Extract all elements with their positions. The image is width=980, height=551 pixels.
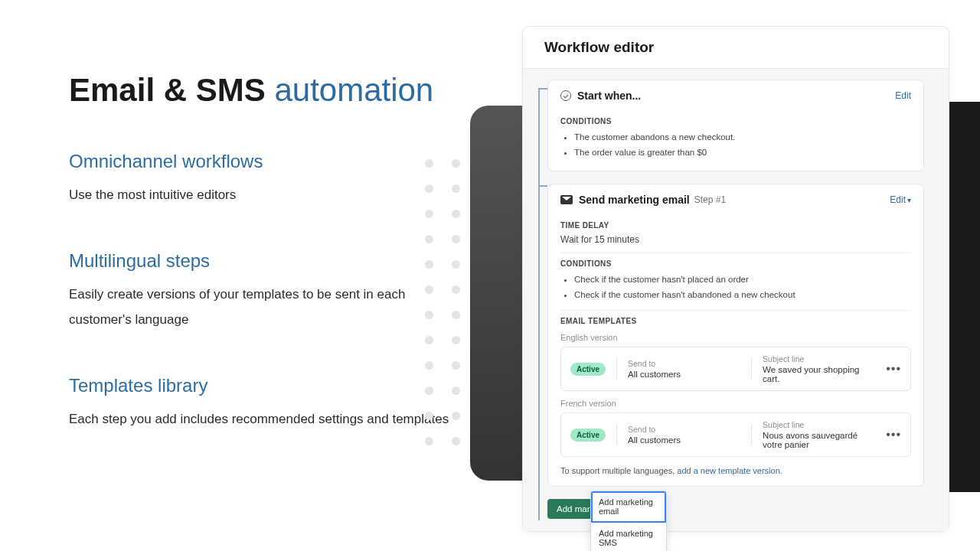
conditions-label: CONDITIONS: [560, 259, 911, 268]
template-row-en[interactable]: Active Send to All customers Subject lin…: [560, 347, 911, 391]
step1-title: Send marketing email: [579, 194, 690, 206]
feature-title: Omnichannel workflows: [69, 151, 452, 172]
condition-item: The customer abandons a new checkout.: [574, 130, 911, 145]
dropdown-item-sms[interactable]: Add marketing SMS: [591, 523, 666, 551]
send-to-value: All customers: [628, 435, 740, 445]
edit-text: Edit: [890, 194, 906, 205]
add-template-version-link[interactable]: add a new template version.: [677, 466, 782, 475]
version-label-fr: French version: [560, 399, 911, 408]
more-icon[interactable]: •••: [886, 362, 901, 376]
support-line: To support multiple languages, add a new…: [560, 466, 911, 475]
start-card: Start when... Edit CONDITIONS The custom…: [547, 80, 924, 171]
start-conditions: The customer abandons a new checkout. Th…: [560, 130, 911, 160]
feature-title: Multilingual steps: [69, 250, 452, 272]
subject-value: Nous avons sauvegardé votre panier: [763, 431, 875, 449]
feature-multilingual: Multilingual steps Easily create version…: [69, 250, 452, 332]
check-circle-icon: [560, 90, 571, 101]
condition-item: The order value is greater than $0: [574, 145, 911, 161]
right-dark-strip: [949, 102, 980, 492]
editor-body: Start when... Edit CONDITIONS The custom…: [523, 69, 949, 531]
feature-templates: Templates library Each step you add incl…: [69, 375, 452, 432]
start-title: Start when...: [577, 90, 641, 102]
send-to-label: Send to: [628, 359, 740, 368]
templates-label: EMAIL TEMPLATES: [560, 317, 911, 325]
template-row-fr[interactable]: Active Send to All customers Subject lin…: [560, 412, 911, 457]
feature-desc: Each step you add includes recommended s…: [69, 407, 452, 432]
more-icon[interactable]: •••: [886, 428, 901, 442]
step-number: Step #1: [694, 194, 726, 205]
version-label-en: English version: [560, 333, 911, 342]
condition-item: Check if the customer hasn't abandoned a…: [574, 288, 911, 303]
edit-step1-link[interactable]: Edit▾: [890, 194, 911, 205]
condition-item: Check if the customer hasn't placed an o…: [574, 272, 911, 288]
subject-value: We saved your shopping cart.: [763, 365, 875, 383]
support-prefix: To support multiple languages,: [560, 466, 677, 475]
dropdown-item-email[interactable]: Add marketing email: [591, 491, 666, 523]
heading-main: Email & SMS: [69, 72, 266, 108]
time-delay-value: Wait for 15 minutes: [560, 234, 911, 253]
connector-line: [538, 88, 540, 520]
edit-start-link[interactable]: Edit: [895, 90, 911, 101]
heading-accent: automation: [274, 72, 433, 108]
add-activity-dropdown: Add marketing email Add marketing SMS: [590, 491, 667, 551]
mail-icon: [560, 195, 573, 204]
send-to-value: All customers: [628, 370, 740, 379]
feature-desc: Use the most intuitive editors: [69, 183, 452, 207]
feature-desc: Easily create versions of your templates…: [69, 282, 452, 332]
decorative-dots: [425, 159, 471, 462]
workflow-editor-panel: Workflow editor Start when... Edit CONDI…: [522, 26, 949, 532]
editor-title: Workflow editor: [523, 27, 949, 69]
chevron-down-icon: ▾: [907, 196, 911, 204]
conditions-label: CONDITIONS: [560, 117, 911, 126]
connector-branch: [538, 185, 547, 187]
subject-label: Subject line: [763, 354, 875, 364]
subject-label: Subject line: [763, 420, 875, 429]
send-to-label: Send to: [628, 425, 740, 434]
page-title: Email & SMS automation: [69, 73, 452, 108]
step1-card: Send marketing email Step #1 Edit▾ TIME …: [547, 184, 924, 487]
feature-title: Templates library: [69, 375, 452, 396]
time-delay-label: TIME DELAY: [560, 221, 911, 230]
feature-omnichannel: Omnichannel workflows Use the most intui…: [69, 151, 452, 207]
step1-conditions: Check if the customer hasn't placed an o…: [560, 272, 911, 302]
status-badge: Active: [570, 429, 606, 442]
status-badge: Active: [570, 363, 606, 376]
marketing-copy: Email & SMS automation Omnichannel workf…: [69, 73, 452, 432]
